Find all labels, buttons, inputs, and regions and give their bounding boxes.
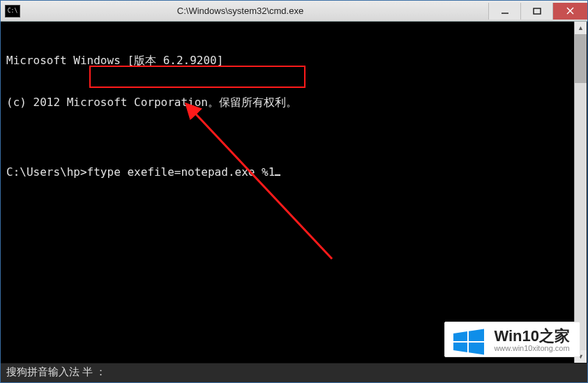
terminal-line-2: (c) 2012 Microsoft Corporation。保留所有权利。: [6, 96, 582, 110]
cursor: [275, 174, 280, 176]
watermark-url: www.win10xitong.com: [494, 344, 570, 352]
terminal-line-1: Microsoft Windows [版本 6.2.9200]: [6, 54, 582, 68]
vertical-scrollbar[interactable]: ▲ ▼: [574, 22, 587, 363]
command-text: ftype exefile=notepad.exe %1: [87, 165, 276, 179]
maximize-button[interactable]: [520, 3, 552, 20]
minimize-icon: [501, 7, 509, 15]
window-title: C:\Windows\system32\cmd.exe: [20, 6, 488, 16]
scroll-track[interactable]: [575, 34, 587, 350]
titlebar[interactable]: C:\ C:\Windows\system32\cmd.exe: [1, 1, 587, 22]
svg-marker-8: [453, 343, 467, 352]
cmd-window: C:\ C:\Windows\system32\cmd.exe Microsof…: [0, 0, 588, 383]
terminal-area[interactable]: Microsoft Windows [版本 6.2.9200] (c) 2012…: [1, 22, 587, 363]
scroll-thumb[interactable]: [575, 34, 587, 83]
prompt-text: C:\Users\hp>: [6, 165, 87, 179]
window-controls: [488, 3, 587, 20]
close-icon: [566, 6, 575, 15]
svg-marker-6: [453, 331, 467, 341]
scroll-up-button[interactable]: ▲: [575, 22, 587, 34]
watermark-badge: Win10之家 www.win10xitong.com: [444, 322, 580, 357]
windows-logo-icon: [452, 328, 485, 356]
ime-status-bar: 搜狗拼音输入法 半 ：: [1, 363, 587, 382]
svg-rect-1: [534, 8, 541, 14]
terminal-prompt-line: C:\Users\hp>ftype exefile=notepad.exe %1: [6, 165, 582, 179]
maximize-icon: [533, 7, 541, 15]
svg-marker-7: [469, 329, 484, 341]
minimize-button[interactable]: [488, 3, 520, 20]
close-button[interactable]: [552, 3, 587, 20]
svg-marker-9: [469, 343, 484, 355]
cmd-icon: C:\: [5, 5, 20, 17]
watermark-title: Win10之家: [494, 328, 570, 344]
